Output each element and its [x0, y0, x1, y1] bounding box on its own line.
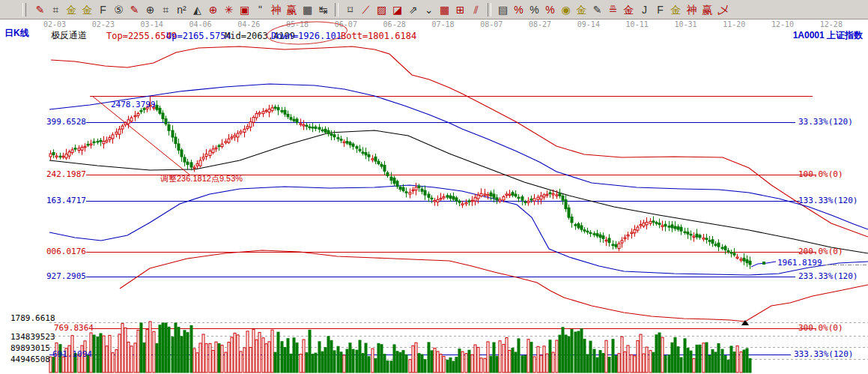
volume-bar[interactable] [736, 346, 738, 373]
volume-bar[interactable] [243, 348, 246, 373]
volume-bar[interactable] [655, 335, 658, 373]
volume-bar[interactable] [412, 346, 414, 373]
volume-bar[interactable] [503, 344, 505, 373]
volume-bar[interactable] [477, 347, 479, 373]
candle-body[interactable] [306, 125, 308, 127]
volume-bar[interactable] [661, 337, 664, 373]
candle-body[interactable] [78, 148, 80, 151]
volume-bar[interactable] [149, 322, 151, 373]
candle-body[interactable] [174, 137, 177, 144]
candle-body[interactable] [524, 202, 526, 203]
volume-bar[interactable] [127, 342, 130, 373]
volume-bar[interactable] [296, 343, 298, 373]
volume-bar[interactable] [315, 353, 317, 373]
candle-body[interactable] [202, 157, 204, 159]
candle-body[interactable] [487, 195, 489, 196]
volume-bar[interactable] [612, 340, 614, 373]
volume-bar[interactable] [340, 352, 342, 373]
candle-body[interactable] [527, 201, 529, 202]
volume-bar[interactable] [159, 325, 161, 373]
volume-bar[interactable] [137, 330, 139, 373]
volume-bar[interactable] [690, 351, 692, 373]
candle-body[interactable] [359, 149, 361, 151]
candle-body[interactable] [368, 154, 370, 157]
candle-body[interactable] [190, 163, 192, 167]
candle-body[interactable] [746, 260, 748, 263]
volume-bar[interactable] [465, 354, 467, 373]
candle-body[interactable] [290, 118, 292, 120]
candle-body[interactable] [506, 194, 508, 196]
candle-body[interactable] [252, 117, 255, 122]
volume-bar[interactable] [518, 339, 520, 373]
volume-bar[interactable] [146, 330, 148, 373]
candle-body[interactable] [312, 127, 314, 129]
candle-body[interactable] [714, 244, 717, 246]
candle-body[interactable] [268, 109, 270, 112]
volume-bar[interactable] [506, 337, 508, 373]
volume-bar[interactable] [377, 343, 380, 373]
volume-bar[interactable] [93, 335, 95, 373]
volume-bar[interactable] [209, 343, 211, 373]
volume-bar[interactable] [402, 351, 404, 373]
candle-body[interactable] [196, 164, 198, 166]
volume-bar[interactable] [509, 350, 511, 373]
candle-body[interactable] [708, 241, 711, 242]
volume-bar[interactable] [252, 330, 255, 373]
candle-body[interactable] [309, 127, 311, 128]
candle-body[interactable] [396, 181, 398, 187]
volume-bar[interactable] [124, 328, 127, 373]
volume-bar[interactable] [664, 356, 667, 373]
volume-bar[interactable] [668, 355, 670, 373]
volume-bar[interactable] [574, 332, 577, 373]
candle-body[interactable] [509, 194, 511, 196]
candle-body[interactable] [215, 148, 217, 149]
candle-body[interactable] [736, 257, 738, 259]
candle-body[interactable] [627, 235, 629, 236]
candle-body[interactable] [205, 154, 207, 157]
candle-body[interactable] [240, 131, 242, 133]
volume-bar[interactable] [552, 352, 554, 373]
volume-bar[interactable] [312, 354, 314, 373]
volume-bar[interactable] [589, 341, 592, 373]
candle-body[interactable] [468, 201, 470, 202]
volume-bar[interactable] [431, 351, 433, 373]
candle-body[interactable] [356, 147, 358, 148]
candle-body[interactable] [318, 127, 321, 129]
candle-body[interactable] [552, 193, 554, 195]
candlestick-chart-canvas[interactable] [0, 0, 868, 374]
candle-body[interactable] [234, 135, 236, 136]
volume-bar[interactable] [359, 340, 361, 373]
volume-bar[interactable] [415, 343, 417, 373]
candle-body[interactable] [443, 196, 445, 198]
candle-body[interactable] [586, 231, 589, 232]
volume-bar[interactable] [249, 347, 252, 373]
volume-bar[interactable] [599, 351, 601, 373]
candle-body[interactable] [661, 226, 664, 227]
volume-bar[interactable] [115, 350, 118, 373]
volume-bar[interactable] [52, 358, 55, 373]
candle-body[interactable] [343, 142, 345, 143]
volume-bar[interactable] [143, 343, 145, 373]
candle-body[interactable] [493, 194, 495, 198]
candle-body[interactable] [255, 114, 258, 118]
volume-bar[interactable] [746, 349, 748, 373]
volume-bar[interactable] [130, 346, 133, 373]
candle-body[interactable] [140, 111, 142, 112]
candle-body[interactable] [74, 148, 76, 150]
candle-body[interactable] [156, 105, 158, 109]
candle-body[interactable] [621, 241, 623, 243]
candle-body[interactable] [52, 152, 55, 154]
volume-bar[interactable] [399, 352, 401, 373]
candle-body[interactable] [733, 253, 735, 255]
candle-body[interactable] [637, 227, 639, 230]
volume-bar[interactable] [174, 323, 177, 373]
volume-bar[interactable] [727, 360, 729, 373]
volume-bar[interactable] [743, 350, 745, 373]
volume-bar[interactable] [721, 349, 723, 373]
candle-body[interactable] [225, 142, 227, 143]
volume-bar[interactable] [533, 357, 535, 373]
volume-bar[interactable] [549, 340, 551, 373]
candle-body[interactable] [109, 137, 111, 139]
candle-body[interactable] [593, 234, 595, 235]
volume-bar[interactable] [374, 358, 377, 373]
